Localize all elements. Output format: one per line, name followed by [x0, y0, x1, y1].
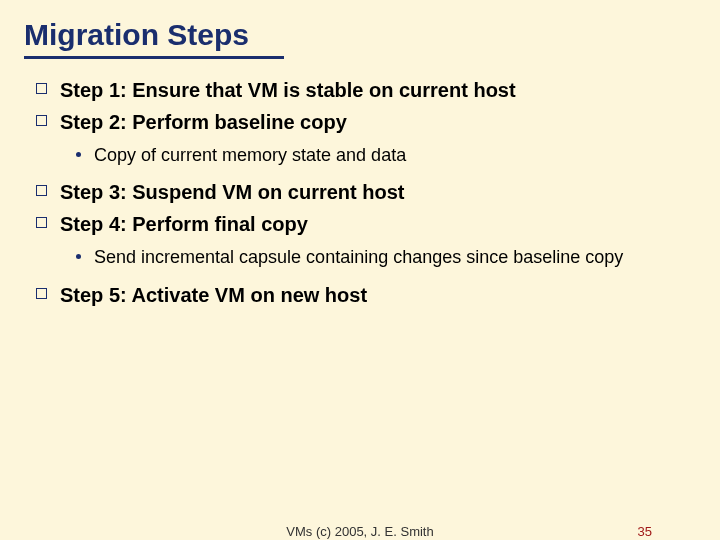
step-5: Step 5: Activate VM on new host [30, 282, 696, 308]
slide: Migration Steps Step 1: Ensure that VM i… [0, 0, 720, 540]
sub-list-step-4: Send incremental capsule containing chan… [70, 245, 696, 269]
step-2: Step 2: Perform baseline copy [30, 109, 696, 135]
bullet-list: Step 1: Ensure that VM is stable on curr… [30, 77, 696, 135]
sub-list-step-2: Copy of current memory state and data [70, 143, 696, 167]
bullet-list-2: Step 3: Suspend VM on current host Step … [30, 179, 696, 237]
bullet-list-3: Step 5: Activate VM on new host [30, 282, 696, 308]
step-4: Step 4: Perform final copy [30, 211, 696, 237]
footer-copyright: VMs (c) 2005, J. E. Smith [286, 524, 433, 539]
step-1: Step 1: Ensure that VM is stable on curr… [30, 77, 696, 103]
title-underline [24, 56, 284, 59]
step-2-detail: Copy of current memory state and data [70, 143, 696, 167]
step-3: Step 3: Suspend VM on current host [30, 179, 696, 205]
page-number: 35 [638, 524, 652, 539]
slide-title: Migration Steps [24, 18, 696, 52]
step-4-detail: Send incremental capsule containing chan… [70, 245, 696, 269]
